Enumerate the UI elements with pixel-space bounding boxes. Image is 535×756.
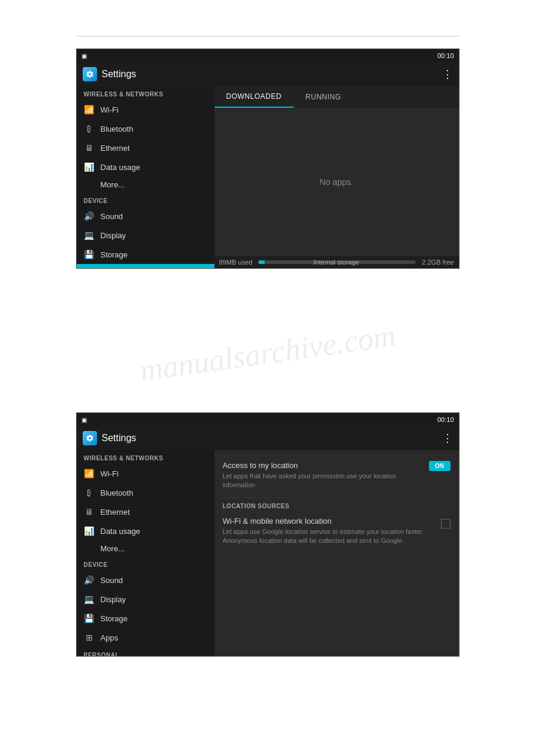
wifi-location-checkbox[interactable] bbox=[441, 519, 451, 529]
sidebar-2: WIRELESS & NETWORKS 📶 Wi-Fi ₿ Bluetooth … bbox=[77, 450, 214, 656]
page-container: ▣ 00:10 Settings ⋮ WIRELESS & NETWORKS bbox=[0, 0, 535, 756]
status-time-2: 00:10 bbox=[437, 416, 454, 423]
sidebar-item-storage-1[interactable]: 💾 Storage bbox=[77, 245, 214, 264]
sidebar-more-1[interactable]: More... bbox=[77, 177, 214, 193]
storage-bar-fill bbox=[258, 260, 265, 264]
title-bar-1: Settings ⋮ bbox=[77, 62, 459, 86]
sidebar-item-storage-2[interactable]: 💾 Storage bbox=[77, 609, 214, 628]
section-label-device-2: DEVICE bbox=[77, 557, 214, 570]
wifi-location-title: Wi-Fi & mobile network location bbox=[223, 517, 439, 526]
menu-icon-2[interactable]: ⋮ bbox=[442, 432, 453, 445]
status-bar-2: ▣ 00:10 bbox=[77, 413, 459, 426]
sidebar-item-data-2[interactable]: 📊 Data usage bbox=[77, 521, 214, 541]
sidebar-label-sound-1: Sound bbox=[101, 212, 123, 221]
sidebar-label-storage-1: Storage bbox=[101, 250, 128, 259]
location-content-panel: Access to my location Let apps that have… bbox=[214, 450, 459, 656]
bluetooth-icon-1: ₿ bbox=[84, 124, 95, 133]
sound-icon-1: 🔊 bbox=[84, 211, 95, 221]
sidebar-1: WIRELESS & NETWORKS 📶 Wi-Fi ₿ Bluetooth … bbox=[77, 86, 214, 268]
data-icon-1: 📊 bbox=[84, 162, 95, 172]
status-bar-left-1: ▣ bbox=[81, 53, 87, 59]
wifi-icon-2: 📶 bbox=[84, 469, 95, 478]
storage-bar-row: 89MB used Internal storage 2.2GB free bbox=[214, 256, 459, 268]
sidebar-item-apps-2[interactable]: ⊞ Apps bbox=[77, 628, 214, 647]
location-toggle[interactable]: ON bbox=[429, 461, 451, 471]
no-apps-text: No apps. bbox=[319, 177, 353, 187]
location-access-desc: Let apps that have asked your permission… bbox=[223, 472, 429, 490]
signal-icon-2: ▣ bbox=[81, 417, 87, 423]
menu-icon-1[interactable]: ⋮ bbox=[442, 68, 453, 81]
tab-running-label: RUNNING bbox=[306, 93, 341, 101]
sidebar-item-display-1[interactable]: 💻 Display bbox=[77, 226, 214, 245]
screenshot2-wrapper: ▣ 00:10 Settings ⋮ WIRELESS & NETWORKS bbox=[76, 412, 460, 657]
settings-logo-2 bbox=[83, 431, 97, 445]
sidebar-item-ethernet-2[interactable]: 🖥 Ethernet bbox=[77, 502, 214, 521]
storage-free-label: 2.2GB free bbox=[422, 259, 454, 266]
sidebar-item-apps-1[interactable]: ⊞ Apps bbox=[77, 264, 214, 268]
bluetooth-icon-2: ₿ bbox=[84, 488, 95, 497]
sidebar-label-display-1: Display bbox=[101, 231, 126, 240]
sidebar-item-ethernet-1[interactable]: 🖥 Ethernet bbox=[77, 138, 214, 157]
sidebar-label-ethernet-1: Ethernet bbox=[101, 144, 130, 153]
watermark-section: manualsarchive.com bbox=[0, 293, 535, 412]
storage-used-label: 89MB used bbox=[219, 259, 253, 266]
title-bar-2: Settings ⋮ bbox=[77, 426, 459, 450]
location-section: Access to my location Let apps that have… bbox=[214, 450, 459, 557]
wifi-location-text: Wi-Fi & mobile network location Let apps… bbox=[223, 517, 439, 546]
signal-icon-1: ▣ bbox=[81, 53, 87, 59]
location-sources-label: LOCATION SOURCES bbox=[223, 497, 451, 512]
wifi-icon-1: 📶 bbox=[84, 105, 95, 114]
main-area-2: WIRELESS & NETWORKS 📶 Wi-Fi ₿ Bluetooth … bbox=[77, 450, 459, 656]
title-text-2: Settings bbox=[102, 433, 137, 444]
status-time-1: 00:10 bbox=[437, 52, 454, 59]
sidebar-item-wifi-2[interactable]: 📶 Wi-Fi bbox=[77, 464, 214, 483]
screenshot1-wrapper: ▣ 00:10 Settings ⋮ WIRELESS & NETWORKS bbox=[76, 48, 460, 269]
tab-running[interactable]: RUNNING bbox=[294, 86, 353, 108]
wifi-location-desc: Let apps use Google location service to … bbox=[223, 527, 439, 546]
tab-downloaded-label: DOWNLOADED bbox=[226, 92, 282, 101]
sidebar-label-data-2: Data usage bbox=[101, 527, 141, 536]
sound-icon-2: 🔊 bbox=[84, 575, 95, 585]
title-text-1: Settings bbox=[102, 69, 137, 80]
tabs-bar-1: DOWNLOADED RUNNING bbox=[214, 86, 459, 108]
display-icon-2: 💻 bbox=[84, 594, 95, 604]
location-access-text: Access to my location Let apps that have… bbox=[223, 461, 429, 490]
sidebar-item-data-1[interactable]: 📊 Data usage bbox=[77, 157, 214, 177]
location-access-title: Access to my location bbox=[223, 461, 429, 470]
sidebar-item-bluetooth-1[interactable]: ₿ Bluetooth bbox=[77, 119, 214, 138]
sidebar-label-display-2: Display bbox=[101, 595, 126, 604]
sidebar-label-storage-2: Storage bbox=[101, 614, 128, 623]
ethernet-icon-1: 🖥 bbox=[84, 143, 95, 153]
storage-internal-label: Internal storage bbox=[313, 259, 359, 266]
sidebar-label-wifi-2: Wi-Fi bbox=[101, 469, 119, 478]
status-bar-left-2: ▣ bbox=[81, 417, 87, 423]
sidebar-label-bluetooth-2: Bluetooth bbox=[101, 488, 134, 497]
watermark-text: manualsarchive.com bbox=[138, 317, 398, 388]
section-label-personal-2: PERSONAL bbox=[77, 647, 214, 656]
location-access-item: Access to my location Let apps that have… bbox=[223, 456, 451, 495]
storage-icon-1: 💾 bbox=[84, 250, 95, 259]
ethernet-icon-2: 🖥 bbox=[84, 507, 95, 517]
sidebar-label-apps-2: Apps bbox=[101, 633, 119, 642]
wifi-location-item: Wi-Fi & mobile network location Let apps… bbox=[223, 512, 451, 551]
apps-icon-2: ⊞ bbox=[84, 633, 95, 642]
sidebar-item-sound-2[interactable]: 🔊 Sound bbox=[77, 570, 214, 590]
main-area-1: WIRELESS & NETWORKS 📶 Wi-Fi ₿ Bluetooth … bbox=[77, 86, 459, 268]
sidebar-label-data-1: Data usage bbox=[101, 163, 141, 172]
no-apps-area: No apps. bbox=[214, 108, 459, 256]
sidebar-more-2[interactable]: More... bbox=[77, 541, 214, 557]
sidebar-item-sound-1[interactable]: 🔊 Sound bbox=[77, 207, 214, 226]
settings-logo-1 bbox=[83, 67, 97, 81]
display-icon-1: 💻 bbox=[84, 230, 95, 240]
sidebar-label-bluetooth-1: Bluetooth bbox=[101, 125, 134, 133]
sidebar-item-display-2[interactable]: 💻 Display bbox=[77, 590, 214, 609]
sidebar-item-wifi-1[interactable]: 📶 Wi-Fi bbox=[77, 100, 214, 119]
title-bar-left-2: Settings bbox=[83, 431, 137, 445]
sidebar-label-ethernet-2: Ethernet bbox=[101, 508, 130, 517]
title-bar-left-1: Settings bbox=[83, 67, 137, 81]
status-bar-1: ▣ 00:10 bbox=[77, 49, 459, 62]
tab-downloaded[interactable]: DOWNLOADED bbox=[214, 86, 294, 108]
sidebar-item-bluetooth-2[interactable]: ₿ Bluetooth bbox=[77, 483, 214, 502]
content-panel-1: DOWNLOADED RUNNING No apps. 89MB used bbox=[214, 86, 459, 268]
section-label-wireless-1: WIRELESS & NETWORKS bbox=[77, 86, 214, 100]
